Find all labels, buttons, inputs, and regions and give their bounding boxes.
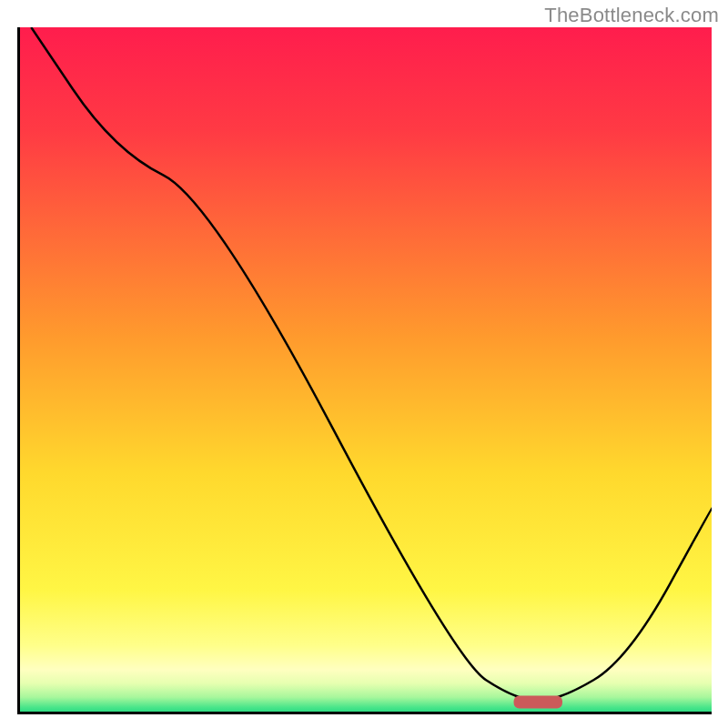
- bottleneck-chart: [17, 27, 712, 714]
- gradient-background: [17, 27, 712, 714]
- optimum-marker: [514, 695, 562, 708]
- watermark-text: TheBottleneck.com: [544, 4, 719, 27]
